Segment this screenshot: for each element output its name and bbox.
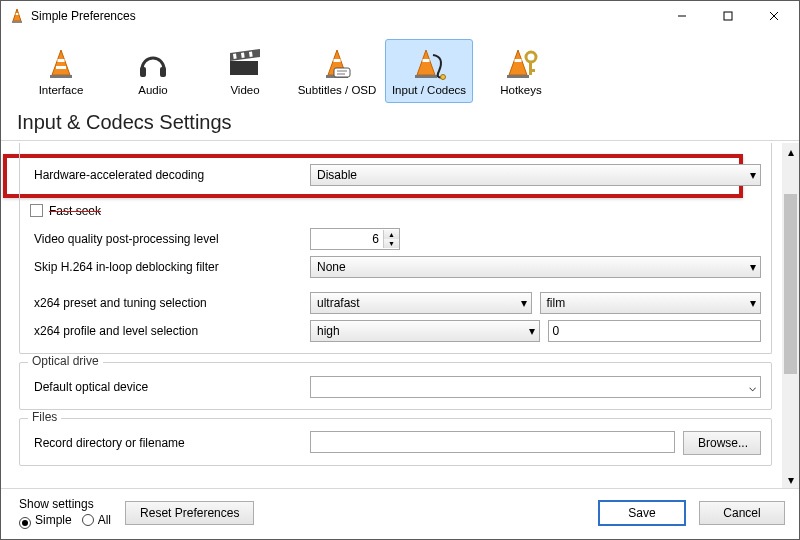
optical-legend: Optical drive (28, 354, 103, 368)
tab-hotkeys[interactable]: Hotkeys (477, 39, 565, 103)
cancel-button[interactable]: Cancel (699, 501, 785, 525)
x264-profile-label: x264 profile and level selection (30, 324, 310, 338)
hw-decoding-select[interactable]: Disable ▾ (310, 164, 761, 186)
app-icon (9, 8, 25, 24)
svg-marker-24 (417, 50, 435, 75)
files-group: Files Record directory or filename Brows… (19, 418, 772, 466)
radio-all[interactable]: All (82, 513, 111, 527)
svg-rect-11 (140, 67, 146, 77)
window-title: Simple Preferences (31, 9, 659, 23)
browse-button[interactable]: Browse... (683, 431, 761, 455)
fast-seek-checkbox[interactable]: Fast seek (30, 204, 310, 218)
spin-up-icon[interactable]: ▲ (384, 230, 399, 239)
skip-h264-label: Skip H.264 in-loop deblocking filter (30, 260, 310, 274)
svg-rect-32 (529, 61, 532, 75)
headphones-icon (133, 46, 173, 82)
preferences-window: Simple Preferences Interface Audio Video… (0, 0, 800, 540)
skip-h264-select[interactable]: None ▾ (310, 256, 761, 278)
chevron-down-icon: ▾ (529, 324, 535, 338)
titlebar: Simple Preferences (1, 1, 799, 31)
svg-rect-9 (56, 66, 66, 69)
chevron-down-icon: ▾ (521, 296, 527, 310)
cone-key-icon (501, 46, 541, 82)
show-settings-label: Show settings (19, 497, 111, 511)
footer: Show settings Simple All Reset Preferenc… (1, 491, 799, 539)
reset-preferences-button[interactable]: Reset Preferences (125, 501, 254, 525)
default-optical-select[interactable]: ⌵ (310, 376, 761, 398)
svg-rect-4 (724, 12, 732, 20)
save-button[interactable]: Save (599, 501, 685, 525)
record-dir-label: Record directory or filename (30, 436, 310, 450)
cone-cable-icon (409, 46, 449, 82)
x264-profile-select[interactable]: high ▾ (310, 320, 540, 342)
svg-rect-10 (50, 75, 72, 78)
svg-rect-21 (334, 68, 350, 77)
scroll-up-icon[interactable]: ▴ (782, 143, 799, 160)
codecs-group: Hardware-accelerated decoding Disable ▾ … (19, 143, 772, 354)
svg-rect-12 (160, 67, 166, 77)
svg-rect-2 (12, 21, 22, 23)
maximize-button[interactable] (705, 1, 751, 31)
vertical-scrollbar[interactable]: ▴ ▾ (782, 143, 799, 488)
svg-point-31 (526, 52, 536, 62)
svg-point-27 (441, 75, 446, 80)
section-title: Input & Codecs Settings (1, 109, 799, 140)
svg-rect-8 (58, 59, 65, 62)
tab-video[interactable]: Video (201, 39, 289, 103)
svg-rect-13 (230, 61, 258, 75)
spin-down-icon[interactable]: ▼ (384, 239, 399, 248)
chevron-down-icon: ⌵ (749, 380, 756, 394)
svg-rect-19 (334, 59, 341, 62)
svg-rect-25 (423, 59, 430, 62)
x264-tune-select[interactable]: film ▾ (540, 292, 762, 314)
svg-marker-28 (509, 50, 527, 75)
record-dir-input[interactable] (310, 431, 675, 453)
chevron-down-icon: ▾ (750, 168, 756, 182)
tab-interface[interactable]: Interface (17, 39, 105, 103)
cone-icon (41, 46, 81, 82)
svg-rect-26 (415, 75, 437, 78)
minimize-button[interactable] (659, 1, 705, 31)
cone-subtitles-icon (317, 46, 357, 82)
chevron-down-icon: ▾ (750, 296, 756, 310)
scroll-down-icon[interactable]: ▾ (782, 471, 799, 488)
postproc-spinbox[interactable]: ▲▼ (310, 228, 400, 250)
svg-rect-1 (16, 13, 19, 15)
postproc-label: Video quality post-processing level (30, 232, 310, 246)
svg-rect-33 (529, 69, 535, 72)
files-legend: Files (28, 410, 61, 424)
svg-rect-30 (507, 75, 529, 78)
hw-decoding-label: Hardware-accelerated decoding (30, 168, 310, 182)
tab-input-codecs[interactable]: Input / Codecs (385, 39, 473, 103)
optical-group: Optical drive Default optical device ⌵ (19, 362, 772, 410)
category-tabs: Interface Audio Video Subtitles / OSD In… (1, 31, 799, 109)
clapper-icon (225, 46, 265, 82)
svg-rect-29 (515, 59, 522, 62)
x264-preset-select[interactable]: ultrafast ▾ (310, 292, 532, 314)
tab-audio[interactable]: Audio (109, 39, 197, 103)
x264-level-input[interactable] (548, 320, 762, 342)
svg-marker-7 (52, 50, 70, 75)
radio-simple[interactable]: Simple (19, 513, 72, 527)
default-optical-label: Default optical device (30, 380, 310, 394)
close-button[interactable] (751, 1, 797, 31)
tab-subtitles[interactable]: Subtitles / OSD (293, 39, 381, 103)
scroll-thumb[interactable] (784, 194, 797, 374)
x264-preset-label: x264 preset and tuning selection (30, 296, 310, 310)
chevron-down-icon: ▾ (750, 260, 756, 274)
show-settings-group: Show settings Simple All (19, 497, 111, 529)
